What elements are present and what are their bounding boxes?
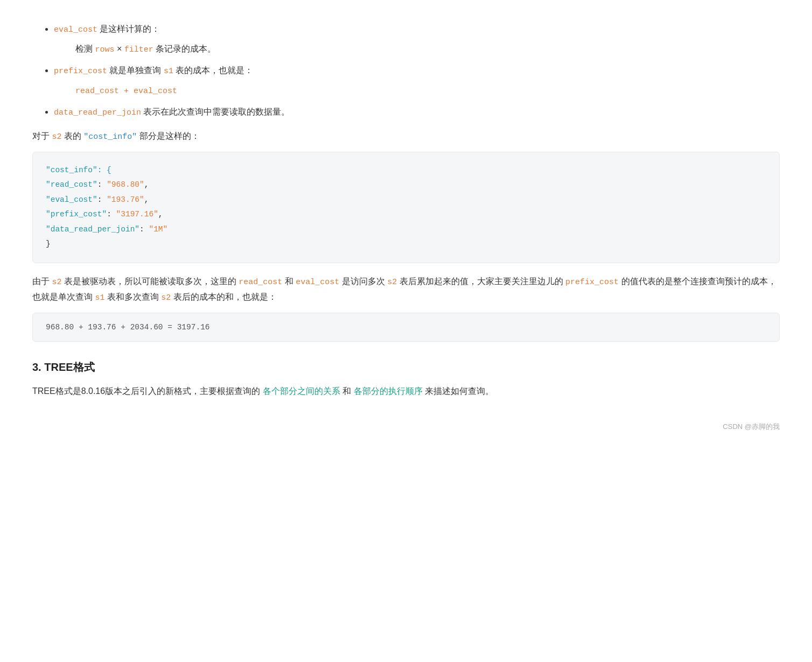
exp-read-cost: read_cost	[239, 278, 282, 287]
sub-filter: filter	[124, 45, 153, 54]
para-s2-s2: s2	[52, 132, 61, 142]
para-s2-suffix: 部分是这样的：	[137, 131, 199, 140]
code-key-prefix-cost: "prefix_cost"	[46, 210, 107, 219]
bullet1-desc: 是这样计算的：	[97, 24, 160, 33]
exp-text4: 表后累加起来的值，大家主要关注里边儿的	[397, 277, 565, 286]
section3-link1[interactable]: 各个部分之间的关系	[263, 386, 340, 396]
section3-link2[interactable]: 各部分的执行顺序	[354, 386, 423, 396]
formula-text: 968.80 + 193.76 + 2034.60 = 3197.16	[46, 323, 210, 332]
formula-block: 968.80 + 193.76 + 2034.60 = 3197.16	[32, 313, 780, 342]
exp-prefix-cost: prefix_cost	[565, 278, 619, 287]
sub-text-before: 检测	[75, 44, 95, 53]
bullet-prefix-cost: prefix_cost 就是单独查询 s1 表的成本，也就是： read_cos…	[54, 63, 780, 98]
term-data-read-per-join: data_read_per_join	[54, 108, 141, 117]
para-s2-middle: 表的	[61, 131, 83, 140]
code-val-prefix-cost: "3197.16"	[116, 210, 158, 219]
exp-text2: 和	[282, 277, 296, 286]
code-block-s2: "cost_info": { "read_cost": "968.80", "e…	[32, 152, 780, 263]
code-line-data-read: "data_read_per_join": "1M"	[46, 222, 766, 237]
exp-prefix: 由于	[32, 277, 52, 286]
section3-desc-prefix: TREE格式是8.0.16版本之后引入的新格式，主要根据查询的	[32, 386, 263, 396]
section3-title: 3. TREE格式	[32, 358, 780, 376]
bullet-eval-cost: eval_cost 是这样计算的： 检测 rows × filter 条记录的成…	[54, 22, 780, 57]
bullet2-formula-text: read_cost + eval_cost	[75, 87, 177, 96]
code-val-eval-cost: "193.76"	[107, 195, 144, 204]
code-colon-2: :	[97, 180, 107, 189]
code-val-read-cost: "968.80"	[107, 180, 144, 189]
code-line-prefix-cost: "prefix_cost": "3197.16",	[46, 207, 766, 222]
exp-s2-3: s2	[161, 293, 171, 302]
exp-s2-1: s2	[52, 278, 61, 287]
code-line-eval-cost: "eval_cost": "193.76",	[46, 193, 766, 208]
exp-s2-2: s2	[387, 278, 397, 287]
exp-s1: s1	[95, 293, 104, 302]
sub-x: ×	[114, 44, 124, 53]
bullet1-sub: 检测 rows × filter 条记录的成本。	[75, 41, 780, 57]
code-brace-close: }	[46, 240, 51, 248]
code-colon-5: :	[139, 225, 149, 234]
bullet2-desc-middle: 表的成本，也就是：	[173, 66, 253, 75]
code-key-eval-cost: "eval_cost"	[46, 195, 97, 204]
code-line-1: "cost_info": {	[46, 163, 766, 178]
bullet3-desc: 表示在此次查询中需要读取的数据量。	[141, 107, 290, 116]
bullet2-formula: read_cost + eval_cost	[75, 83, 780, 98]
para-s2-prefix: 对于	[32, 131, 52, 140]
footer-credit: CSDN @赤脚的我	[32, 421, 780, 433]
exp-text6: 表和多次查询	[104, 292, 161, 301]
term-eval-cost: eval_cost	[54, 25, 97, 34]
sub-rows: rows	[95, 45, 114, 54]
para-s2-intro: 对于 s2 表的 "cost_info" 部分是这样的：	[32, 129, 780, 144]
bullet2-desc-before: 就是单独查询	[107, 66, 164, 75]
code-colon-3: :	[97, 195, 107, 204]
bullet2-s1: s1	[164, 67, 173, 76]
code-comma-4: ,	[158, 210, 163, 219]
sub-text-after: 条记录的成本。	[153, 44, 216, 53]
section3-desc: TREE格式是8.0.16版本之后引入的新格式，主要根据查询的 各个部分之间的关…	[32, 384, 780, 399]
footer-credit-text: CSDN @赤脚的我	[723, 422, 780, 431]
code-key-read-cost: "read_cost"	[46, 180, 97, 189]
para-s2-cost-info: "cost_info"	[83, 132, 137, 142]
term-prefix-cost: prefix_cost	[54, 67, 107, 76]
code-line-read-cost: "read_cost": "968.80",	[46, 178, 766, 193]
exp-text3: 是访问多次	[339, 277, 387, 286]
code-val-data-read: "1M"	[149, 225, 167, 234]
bullet-data-read-per-join: data_read_per_join 表示在此次查询中需要读取的数据量。	[54, 104, 780, 120]
section3-desc-middle: 和	[340, 386, 354, 396]
code-colon-4: :	[107, 210, 116, 219]
code-comma-3: ,	[144, 195, 149, 204]
code-key-cost-info: "cost_info": {	[46, 166, 111, 174]
para-explanation: 由于 s2 表是被驱动表，所以可能被读取多次，这里的 read_cost 和 e…	[32, 274, 780, 305]
exp-eval-cost: eval_cost	[296, 278, 339, 287]
section3-desc-suffix: 来描述如何查询。	[423, 386, 494, 396]
code-line-close: }	[46, 237, 766, 252]
exp-text7: 表后的成本的和，也就是：	[171, 292, 276, 301]
exp-text1: 表是被驱动表，所以可能被读取多次，这里的	[61, 277, 239, 286]
code-comma-2: ,	[144, 180, 149, 189]
code-key-data-read: "data_read_per_join"	[46, 225, 139, 234]
